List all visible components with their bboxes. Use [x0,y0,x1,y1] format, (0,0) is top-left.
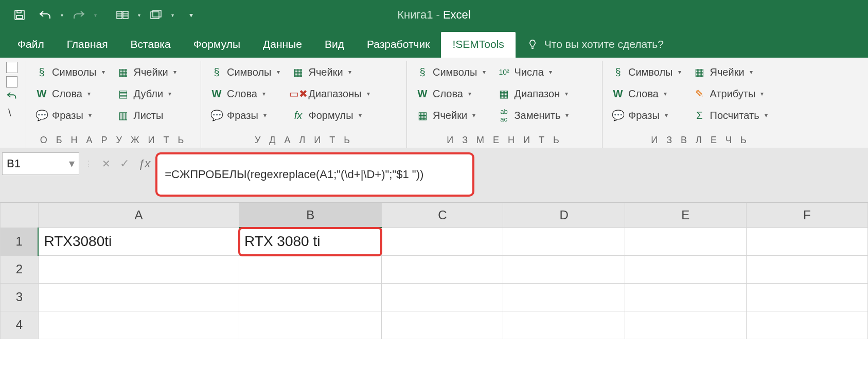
row-header-2[interactable]: 2 [1,255,39,283]
option-check-2[interactable] [6,76,17,88]
extract-attrs-button[interactable]: ✎Атрибуты▾ [689,83,772,104]
extract-words-button[interactable]: WСлова▾ [608,83,685,104]
change-cells-button[interactable]: ▦Ячейки▾ [412,105,490,126]
save-icon[interactable] [9,5,30,25]
phrases-icon: 💬 [612,109,624,121]
ribbon-backslash-icon[interactable]: \ [6,107,17,119]
option-check-1[interactable] [6,62,17,73]
col-header-A[interactable]: A [38,203,239,228]
row-header-3[interactable]: 3 [1,283,39,311]
group-change: §Символы▾ WСлова▾ ▦Ячейки▾ 10²Числа▾ ▦Ди… [407,61,603,148]
row-header-4[interactable]: 4 [1,311,39,339]
qat-custom1-dropdown-icon[interactable]: ▾ [138,12,140,18]
cell-B4[interactable] [239,311,382,339]
cell-F2[interactable] [746,255,867,283]
cell-F4[interactable] [746,311,867,339]
tab-data[interactable]: Данные [252,32,313,58]
fx-icon[interactable]: ƒx [138,157,150,170]
col-header-B[interactable]: B [239,203,382,228]
cell-E3[interactable] [625,283,746,311]
delete-ranges-button[interactable]: ▭✖Диапазоны▾ [288,83,374,104]
cell-A2[interactable] [38,255,239,283]
extract-calc-button[interactable]: ΣПосчитать▾ [689,105,772,126]
name-box-dropdown-icon[interactable]: ▾ [69,157,75,170]
cell-C4[interactable] [382,311,503,339]
delete-formulas-button[interactable]: fxФормулы▾ [288,105,374,126]
tab-formulas[interactable]: Формулы [182,32,252,58]
cell-A1[interactable]: RTX3080ti [38,228,239,255]
change-replace-button[interactable]: abacЗаменить▾ [494,105,573,126]
cell-E1[interactable] [625,228,746,255]
redo-icon[interactable] [68,5,89,25]
cell-C3[interactable] [382,283,503,311]
cell-A3[interactable] [38,283,239,311]
detect-sheets-button[interactable]: ▥Листы [113,105,181,126]
col-header-C[interactable]: C [382,203,503,228]
cell-E4[interactable] [625,311,746,339]
name-box[interactable]: B1 ▾ [2,152,79,175]
app-name: Excel [443,8,471,22]
cell-D1[interactable] [503,228,625,255]
enter-icon[interactable]: ✓ [120,157,129,170]
detect-words-button[interactable]: WСлова▾ [31,83,109,104]
ribbon-undo-icon[interactable] [6,91,17,104]
undo-icon[interactable] [35,5,56,25]
qat-custom2-dropdown-icon[interactable]: ▾ [171,12,174,18]
undo-dropdown-icon[interactable]: ▾ [61,12,63,18]
cells-icon: ▦ [416,109,429,121]
delete-phrases-button[interactable]: 💬Фразы▾ [206,105,284,126]
cell-B2[interactable] [239,255,382,283]
delete-cells-button[interactable]: ▦Ячейки▾ [288,62,374,82]
delete-words-label: Слова [227,88,257,100]
qat-custom1-icon[interactable] [112,5,133,25]
cell-C2[interactable] [382,255,503,283]
change-range-button[interactable]: ▦Диапазон▾ [494,83,573,104]
detect-symbols-button[interactable]: §Символы▾ [31,62,109,82]
cancel-icon[interactable]: ✕ [102,158,111,170]
change-symbols-button[interactable]: §Символы▾ [412,62,490,82]
title-bar: ▾ ▾ ▾ ▾ ▾ Книга1 - Excel [0,0,868,30]
tab-semtools[interactable]: !SEMTools [441,32,515,58]
cell-E2[interactable] [625,255,746,283]
cell-D2[interactable] [503,255,625,283]
cell-C1[interactable] [382,228,503,255]
cell-F3[interactable] [746,283,867,311]
group-delete-label: У Д А Л И Т Ь [206,132,401,146]
row-header-1[interactable]: 1 [1,228,39,255]
cells-icon: ▦ [694,66,706,78]
cell-B1[interactable]: RTX 3080 ti [239,228,382,255]
detect-cells-button[interactable]: ▦Ячейки▾ [113,62,181,82]
extract-cells-button[interactable]: ▦Ячейки▾ [689,62,772,82]
tab-insert[interactable]: Вставка [119,32,182,58]
tab-home[interactable]: Главная [56,32,119,58]
cell-D4[interactable] [503,311,625,339]
detect-dupes-button[interactable]: ▤Дубли▾ [113,83,181,104]
extract-phrases-button[interactable]: 💬Фразы▾ [608,105,685,126]
qat-customize-icon[interactable]: ▾ [189,11,193,19]
qat-custom2-icon[interactable] [146,5,166,25]
tab-file[interactable]: Файл [6,32,56,58]
cell-D3[interactable] [503,283,625,311]
extract-symbols-label: Символы [628,66,673,78]
tell-me[interactable]: Что вы хотите сделать? [516,32,675,58]
detect-phrases-button[interactable]: 💬Фразы▾ [31,105,109,126]
fx-sep-icon: ⋮ [84,159,93,169]
col-header-F[interactable]: F [746,203,867,228]
cell-A4[interactable] [38,311,239,339]
select-all-corner[interactable] [1,203,39,228]
col-header-D[interactable]: D [503,203,625,228]
formula-input[interactable]: =СЖПРОБЕЛЫ(regexreplace(A1;"(\d+|\D+)";"… [155,152,474,197]
cell-F1[interactable] [746,228,867,255]
cell-B3[interactable] [239,283,382,311]
col-header-E[interactable]: E [625,203,746,228]
worksheet-grid[interactable]: A B C D E F 1 RTX3080ti RTX 3080 ti [0,203,868,384]
formula-bar: B1 ▾ ⋮ ✕ ✓ ƒx =СЖПРОБЕЛЫ(regexreplace(A1… [0,148,868,203]
change-numbers-button[interactable]: 10²Числа▾ [494,62,573,82]
delete-symbols-button[interactable]: §Символы▾ [206,62,284,82]
tab-developer[interactable]: Разработчик [356,32,441,58]
delete-words-button[interactable]: WСлова▾ [206,83,284,104]
tab-view[interactable]: Вид [313,32,356,58]
change-words-button[interactable]: WСлова▾ [412,83,490,104]
redo-dropdown-icon[interactable]: ▾ [94,12,97,18]
extract-symbols-button[interactable]: §Символы▾ [608,62,685,82]
